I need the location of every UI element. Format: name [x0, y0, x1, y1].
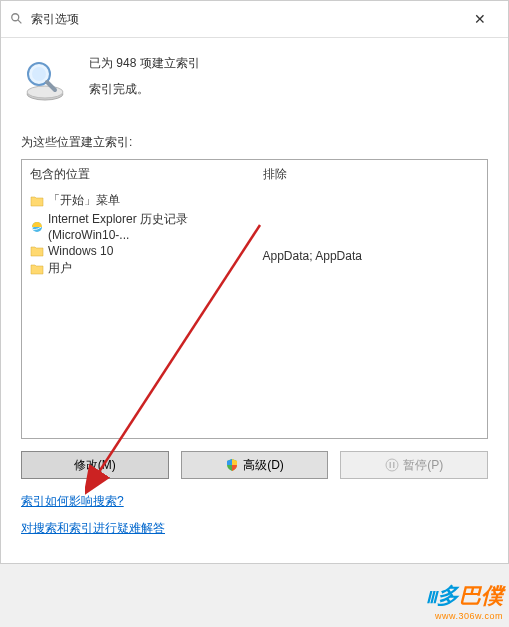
pause-icon	[385, 458, 399, 472]
svg-point-9	[386, 459, 398, 471]
svg-line-1	[18, 20, 22, 24]
advanced-label: 高级(D)	[243, 457, 284, 474]
locations-list: 包含的位置 「开始」菜单 Internet Explorer 历史记录 (Mic…	[21, 159, 488, 439]
svg-point-0	[12, 14, 19, 21]
link-how-affects-search[interactable]: 索引如何影响搜索?	[21, 493, 488, 510]
excluded-header: 排除	[263, 166, 480, 187]
watermark-text-blue: 多	[437, 583, 459, 608]
pause-label: 暂停(P)	[403, 457, 443, 474]
window-title: 索引选项	[31, 11, 460, 28]
list-item-label: 用户	[48, 260, 72, 277]
status-indexed-count: 已为 948 项建立索引	[89, 50, 200, 76]
ie-icon	[30, 220, 44, 234]
content-area: 已为 948 项建立索引 索引完成。 为这些位置建立索引: 包含的位置 「开始」…	[1, 38, 508, 563]
svg-rect-10	[390, 462, 392, 468]
folder-icon	[30, 244, 44, 258]
button-row: 修改(M) 高级(D) 暂停(P)	[21, 451, 488, 479]
close-button[interactable]: ✕	[460, 7, 500, 31]
excluded-value: AppData; AppData	[263, 191, 480, 263]
watermark-url: www.306w.com	[426, 611, 503, 621]
included-column: 包含的位置 「开始」菜单 Internet Explorer 历史记录 (Mic…	[22, 160, 255, 438]
pause-button: 暂停(P)	[340, 451, 488, 479]
included-header: 包含的位置	[30, 166, 247, 187]
status-text: 已为 948 项建立索引 索引完成。	[89, 50, 200, 103]
list-item-label: Windows 10	[48, 244, 113, 258]
magnifier-icon	[21, 56, 69, 104]
indexing-options-icon	[9, 11, 25, 27]
folder-icon	[30, 194, 44, 208]
svg-point-5	[32, 67, 46, 81]
watermark: Ⅲ多巴僕 www.306w.com	[426, 581, 503, 621]
watermark-text-orange: 巴僕	[459, 583, 503, 608]
shield-icon	[225, 458, 239, 472]
excluded-column: 排除 AppData; AppData	[255, 160, 488, 438]
list-item[interactable]: Internet Explorer 历史记录 (MicroWin10-...	[30, 210, 247, 243]
help-links: 索引如何影响搜索? 对搜索和索引进行疑难解答	[21, 493, 488, 537]
list-item[interactable]: 用户	[30, 259, 247, 278]
svg-point-3	[27, 86, 63, 98]
folder-icon	[30, 262, 44, 276]
titlebar: 索引选项 ✕	[1, 1, 508, 38]
list-item[interactable]: 「开始」菜单	[30, 191, 247, 210]
list-item-label: 「开始」菜单	[48, 192, 120, 209]
dialog-window: 索引选项 ✕ 已为 948 项建立索引 索引完成。 为这些位置建立索引:	[0, 0, 509, 564]
list-item-label: Internet Explorer 历史记录 (MicroWin10-...	[48, 211, 247, 242]
list-item[interactable]: Windows 10	[30, 243, 247, 259]
svg-rect-11	[393, 462, 395, 468]
link-troubleshoot[interactable]: 对搜索和索引进行疑难解答	[21, 520, 488, 537]
locations-label: 为这些位置建立索引:	[21, 134, 488, 151]
advanced-button[interactable]: 高级(D)	[181, 451, 329, 479]
status-complete: 索引完成。	[89, 76, 200, 102]
modify-button[interactable]: 修改(M)	[21, 451, 169, 479]
status-row: 已为 948 项建立索引 索引完成。	[21, 50, 488, 104]
